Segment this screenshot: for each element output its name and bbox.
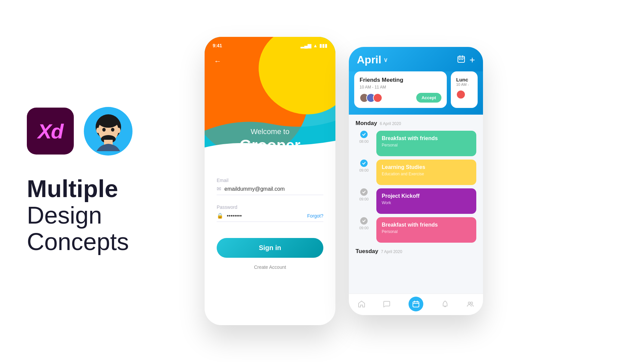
event-check-2: [360, 160, 368, 167]
event-time-col-3: 09:00: [356, 188, 372, 201]
signin-button[interactable]: Sign in: [217, 238, 323, 258]
left-panel: Xd: [0, 0, 195, 362]
monday-section: Monday 6 April 2020 08:00 Breakfast with: [356, 120, 476, 243]
avatar-3: [373, 93, 382, 103]
status-time: 9:41: [213, 43, 222, 48]
meeting-card-2: Lunc 10 AM -: [451, 71, 478, 108]
event-time-col-2: 09:00: [356, 160, 372, 172]
nav-bell[interactable]: [441, 300, 449, 308]
login-form: Email ✉ Password 🔒 Forgot? Sign in Cr: [205, 164, 335, 325]
wifi-icon: ▲: [313, 43, 318, 48]
avatar-icon: [90, 111, 127, 151]
lock-icon: 🔒: [217, 213, 223, 219]
back-button[interactable]: ←: [214, 57, 221, 66]
meeting-card-1-footer: Accept: [360, 93, 441, 103]
event-time-2: 09:00: [359, 168, 369, 172]
tuesday-header: Tuesday 7 April 2020: [356, 248, 476, 255]
nav-chat[interactable]: [383, 300, 390, 308]
svg-point-3: [117, 128, 120, 133]
monday-label: Monday: [356, 120, 377, 127]
monday-date: 6 April 2020: [380, 121, 401, 126]
event-card-1[interactable]: Breakfast with friends Personal: [376, 131, 476, 156]
event-subtitle-3: Work: [382, 200, 471, 205]
headline-light1: Design: [27, 202, 168, 229]
event-row-1: 08:00 Breakfast with friends Personal: [356, 131, 476, 156]
blob-header: 9:41 ▂▄▆ ▲ ▮▮▮ ← Welcome to Grooper: [205, 37, 335, 164]
month-label: April: [357, 54, 381, 66]
monday-header: Monday 6 April 2020: [356, 120, 476, 127]
event-check-3: [360, 188, 368, 196]
headline-light2: Concepts: [27, 229, 168, 255]
svg-rect-17: [461, 59, 462, 60]
event-time-4: 09:00: [359, 226, 369, 230]
email-input[interactable]: [224, 186, 323, 192]
event-row-4: 09:00 Breakfast with friends Personal: [356, 217, 476, 243]
svg-point-25: [471, 302, 473, 304]
event-card-4[interactable]: Breakfast with friends Personal: [376, 217, 476, 243]
event-time-1: 08:00: [359, 139, 369, 143]
meeting-card-2-title: Lunc: [456, 77, 472, 82]
password-label: Password: [217, 204, 323, 210]
event-check-1: [360, 131, 368, 138]
tuesday-section: Tuesday 7 April 2020: [356, 248, 476, 255]
event-card-2[interactable]: Learning Studies Education and Exercise: [376, 160, 476, 185]
svg-rect-19: [413, 302, 419, 307]
meeting-cards-row: Friends Meeting 10 AM - 11 AM Accept Lun…: [349, 71, 483, 115]
event-check-4: [360, 217, 368, 225]
forgot-link[interactable]: Forgot?: [307, 213, 323, 219]
welcome-to-label: Welcome to: [205, 127, 335, 136]
email-label: Email: [217, 178, 323, 183]
xd-label: Xd: [38, 119, 63, 143]
svg-point-7: [111, 128, 114, 132]
event-row-3: 09:00 Project Kickoff Work: [356, 188, 476, 214]
svg-rect-16: [459, 59, 460, 60]
cal-header: April ∨ +: [349, 47, 483, 71]
email-icon: ✉: [217, 186, 221, 192]
create-account-link[interactable]: Create Account: [217, 264, 323, 270]
event-title-2: Learning Studies: [382, 164, 471, 170]
meeting-card-1-time: 10 AM - 11 AM: [360, 85, 441, 89]
event-subtitle-4: Personal: [382, 229, 471, 234]
svg-point-6: [102, 128, 106, 132]
event-title-3: Project Kickoff: [382, 193, 471, 199]
nav-home[interactable]: [358, 300, 365, 308]
meeting-card-1-title: Friends Meeting: [360, 77, 441, 83]
phone-calendar: April ∨ +: [349, 47, 483, 315]
meeting-card-2-time: 10 AM -: [456, 82, 472, 86]
event-title-1: Breakfast with friends: [382, 135, 471, 141]
cal-title: April ∨: [357, 54, 388, 66]
svg-point-2: [96, 128, 100, 133]
cal-header-icons: +: [458, 55, 475, 65]
event-row-2: 09:00 Learning Studies Education and Exe…: [356, 160, 476, 185]
cal-nav: [349, 294, 483, 315]
event-card-3[interactable]: Project Kickoff Work: [376, 188, 476, 214]
nav-group[interactable]: [467, 300, 474, 308]
tuesday-label: Tuesday: [356, 248, 378, 255]
app-name-label: Grooper: [205, 136, 335, 154]
svg-point-24: [468, 302, 470, 304]
cal-scroll[interactable]: Monday 6 April 2020 08:00 Breakfast with: [349, 115, 483, 294]
calendar-grid-icon[interactable]: [458, 55, 465, 65]
event-time-3: 09:00: [359, 197, 369, 201]
logos-row: Xd: [27, 107, 168, 156]
email-group: Email ✉: [217, 178, 323, 195]
avatar-circle: [84, 107, 132, 156]
add-icon[interactable]: +: [470, 55, 475, 65]
event-title-4: Breakfast with friends: [382, 222, 471, 228]
meeting-avatars: [360, 93, 380, 103]
page-wrapper: Xd: [0, 0, 644, 362]
event-time-col-1: 08:00: [356, 131, 372, 143]
chevron-down-icon[interactable]: ∨: [383, 56, 388, 64]
phone-login: 9:41 ▂▄▆ ▲ ▮▮▮ ← Welcome to Grooper: [205, 37, 335, 325]
accept-button[interactable]: Accept: [416, 93, 441, 103]
password-input[interactable]: [227, 213, 304, 219]
signal-icon: ▂▄▆: [301, 43, 311, 48]
event-subtitle-1: Personal: [382, 143, 471, 147]
xd-logo: Xd: [27, 108, 74, 155]
headline-bold: Multiple: [27, 176, 168, 202]
meeting-card-1: Friends Meeting 10 AM - 11 AM Accept: [354, 71, 447, 108]
battery-icon: ▮▮▮: [319, 43, 327, 48]
nav-calendar[interactable]: [409, 297, 423, 311]
event-time-col-4: 09:00: [356, 217, 372, 230]
meeting-card-2-avatar: [456, 90, 466, 99]
